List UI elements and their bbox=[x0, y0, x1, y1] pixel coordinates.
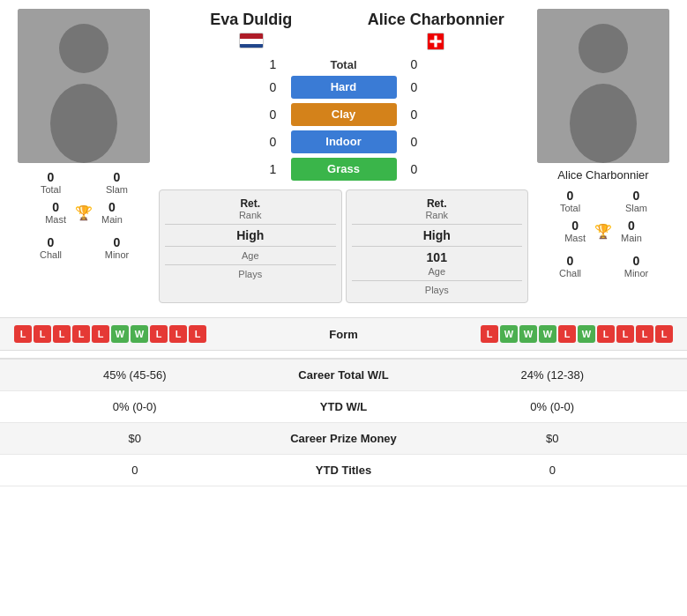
left-mast-row: 0 Mast 🏆 0 Main bbox=[18, 198, 150, 226]
right-player-name-label: Alice Charbonnier bbox=[557, 168, 648, 182]
left-flag-icon bbox=[239, 33, 264, 48]
stat-left-1: 0% (0-0) bbox=[14, 400, 256, 413]
bottom-stats-section: 45% (45-56) Career Total W/L 24% (12-38)… bbox=[0, 358, 687, 486]
right-player-name: Alice Charbonnier bbox=[344, 9, 529, 52]
form-badge-w: W bbox=[111, 325, 129, 343]
clay-score-row: 0 Clay 0 bbox=[159, 103, 528, 126]
form-badge-l: L bbox=[34, 325, 51, 343]
stats-row-1: 0% (0-0) YTD W/L 0% (0-0) bbox=[0, 391, 687, 423]
player-names-row: Eva Duldig Alice Charbonnier bbox=[159, 9, 528, 52]
app-container: 0 Total 0 Slam 0 Mast 🏆 0 Main bbox=[0, 0, 687, 616]
left-player-name: Eva Duldig bbox=[159, 9, 344, 50]
right-mast-row: 0 Mast 🏆 0 Main bbox=[537, 217, 669, 245]
stats-row-0: 45% (45-56) Career Total W/L 24% (12-38) bbox=[0, 360, 687, 391]
hard-score-row: 0 Hard 0 bbox=[159, 76, 528, 99]
form-badge-l: L bbox=[616, 325, 634, 343]
right-rank-card: Ret. Rank High 101 Age Plays bbox=[346, 189, 529, 303]
left-player-column: 0 Total 0 Slam 0 Mast 🏆 0 Main bbox=[9, 9, 159, 303]
left-form-badges: LLLLLWWLLL bbox=[14, 325, 206, 343]
grass-button[interactable]: Grass bbox=[291, 158, 397, 181]
form-badge-l: L bbox=[655, 325, 673, 343]
rank-cards-row: Ret. Rank High Age Plays Ret. Rank High bbox=[159, 189, 528, 303]
left-bottom-stats: 0 Chall 0 Minor bbox=[18, 234, 150, 262]
right-slam-stat: 0 Slam bbox=[603, 187, 669, 215]
left-player-avatar bbox=[18, 9, 150, 163]
stat-right-1: 0% (0-0) bbox=[432, 400, 674, 413]
form-badge-l: L bbox=[169, 325, 187, 343]
right-player-stats: 0 Total 0 Slam bbox=[537, 187, 669, 215]
svg-point-11 bbox=[570, 84, 637, 163]
indoor-score-row: 0 Indoor 0 bbox=[159, 130, 528, 153]
stat-left-0: 45% (45-56) bbox=[14, 368, 256, 382]
form-badge-l: L bbox=[53, 325, 71, 343]
right-main-stat: 0 Main bbox=[617, 217, 646, 245]
form-badge-l: L bbox=[72, 325, 90, 343]
left-player-stats: 0 Total 0 Slam bbox=[18, 168, 150, 197]
stats-row-3: 0 YTD Titles 0 bbox=[0, 455, 687, 486]
scores-section: 1 Total 0 0 Hard 0 0 Clay 0 0 bbox=[159, 52, 528, 186]
form-badge-w: W bbox=[539, 325, 556, 343]
form-badge-w: W bbox=[131, 325, 148, 343]
left-rank-card: Ret. Rank High Age Plays bbox=[159, 189, 342, 303]
svg-rect-8 bbox=[430, 40, 442, 42]
stat-center-3: YTD Titles bbox=[256, 464, 432, 477]
right-minor-stat: 0 Minor bbox=[603, 252, 669, 280]
right-form-badges: LWWWLWLLLL bbox=[481, 325, 673, 343]
stat-center-1: YTD W/L bbox=[256, 400, 432, 413]
svg-rect-5 bbox=[240, 44, 264, 48]
form-badge-l: L bbox=[150, 325, 168, 343]
clay-button[interactable]: Clay bbox=[291, 103, 397, 126]
left-chall-stat: 0 Chall bbox=[18, 234, 84, 262]
left-minor-stat: 0 Minor bbox=[84, 234, 150, 262]
stats-row-2: $0 Career Prize Money $0 bbox=[0, 423, 687, 455]
header-section: 0 Total 0 Slam 0 Mast 🏆 0 Main bbox=[0, 0, 687, 312]
stat-center-0: Career Total W/L bbox=[256, 368, 432, 382]
form-badge-w: W bbox=[578, 325, 595, 343]
stat-center-2: Career Prize Money bbox=[256, 432, 432, 445]
right-trophy-icon: 🏆 bbox=[594, 223, 612, 240]
hard-button[interactable]: Hard bbox=[291, 76, 397, 99]
form-badge-l: L bbox=[14, 325, 32, 343]
total-score-row: 1 Total 0 bbox=[159, 57, 528, 71]
right-player-avatar bbox=[537, 9, 669, 163]
form-badge-l: L bbox=[481, 325, 498, 343]
stat-right-0: 24% (12-38) bbox=[432, 368, 674, 382]
form-badge-w: W bbox=[500, 325, 518, 343]
right-player-column: Alice Charbonnier 0 Total 0 Slam 0 Mast … bbox=[528, 9, 678, 303]
form-badge-l: L bbox=[597, 325, 615, 343]
form-label: Form bbox=[329, 328, 358, 341]
form-badge-w: W bbox=[519, 325, 537, 343]
left-main-stat: 0 Main bbox=[98, 198, 126, 226]
svg-point-10 bbox=[579, 24, 628, 73]
right-flag-icon bbox=[427, 33, 444, 50]
stat-left-3: 0 bbox=[14, 464, 256, 477]
stat-right-2: $0 bbox=[432, 432, 674, 445]
right-chall-stat: 0 Chall bbox=[537, 252, 603, 280]
middle-column: Eva Duldig Alice Charbonnier bbox=[159, 9, 528, 303]
right-mast-stat: 0 Mast bbox=[561, 217, 589, 245]
stat-right-3: 0 bbox=[432, 464, 674, 477]
left-mast-stat: 0 Mast bbox=[41, 198, 70, 226]
svg-point-1 bbox=[59, 24, 108, 73]
form-badge-l: L bbox=[558, 325, 576, 343]
left-total-stat: 0 Total bbox=[18, 168, 84, 197]
form-section: LLLLLWWLLL Form LWWWLWLLLL bbox=[0, 317, 687, 351]
grass-score-row: 1 Grass 0 bbox=[159, 158, 528, 181]
indoor-button[interactable]: Indoor bbox=[291, 130, 397, 153]
svg-point-2 bbox=[50, 84, 117, 163]
svg-rect-3 bbox=[240, 33, 264, 39]
form-badge-l: L bbox=[92, 325, 109, 343]
left-slam-stat: 0 Slam bbox=[84, 168, 150, 197]
stat-left-2: $0 bbox=[14, 432, 256, 445]
form-badge-l: L bbox=[189, 325, 206, 343]
right-total-stat: 0 Total bbox=[537, 187, 603, 215]
left-trophy-icon: 🏆 bbox=[75, 204, 93, 221]
form-badge-l: L bbox=[636, 325, 653, 343]
svg-rect-4 bbox=[240, 39, 264, 44]
right-bottom-stats: 0 Chall 0 Minor bbox=[537, 252, 669, 280]
